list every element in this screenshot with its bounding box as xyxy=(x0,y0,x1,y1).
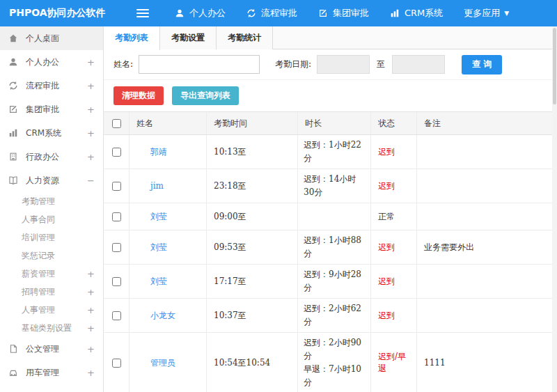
tab-attendance-list[interactable]: 考勤列表 xyxy=(104,26,160,50)
sidebar-item-admin-office[interactable]: 行政办公 + xyxy=(0,145,103,168)
search-button[interactable]: 查 询 xyxy=(462,55,502,75)
sidebar-subitem-label: 薪资管理 xyxy=(22,268,55,280)
duration-cell: 迟到：1小时88分 xyxy=(298,230,371,264)
tab-bar: 考勤列表 考勤设置 考勤统计 xyxy=(104,26,552,49)
expand-plus-icon[interactable]: + xyxy=(87,323,95,334)
sidebar-item-human-resources[interactable]: 人力资源 − xyxy=(0,168,103,192)
sidebar-item-personal-office[interactable]: 个人办公 + xyxy=(0,50,103,74)
sidebar-subitem-label: 人事合同 xyxy=(22,214,55,226)
topnav-more-apps[interactable]: 更多应用 ▼ xyxy=(453,0,519,26)
row-checkbox[interactable] xyxy=(112,212,121,221)
topnav-label: 个人办公 xyxy=(189,7,226,19)
sync-icon xyxy=(8,80,19,91)
remark-text xyxy=(417,299,552,332)
date-to-input[interactable] xyxy=(392,55,445,74)
edit-icon xyxy=(318,8,328,18)
sidebar-item-vehicle-management[interactable]: 用车管理 + xyxy=(0,361,103,384)
menu-toggle-icon[interactable] xyxy=(136,9,149,18)
sidebar-subitem-salary-management[interactable]: 薪资管理 + xyxy=(0,265,103,283)
row-checkbox[interactable] xyxy=(112,277,121,286)
remark-text: 1111 xyxy=(417,333,552,392)
employee-name-link[interactable]: jim xyxy=(150,181,164,191)
row-checkbox[interactable] xyxy=(112,148,121,157)
employee-name-link[interactable]: 刘莹 xyxy=(150,242,167,253)
row-checkbox[interactable] xyxy=(112,182,121,191)
top-nav: 个人办公 流程审批 集团审批 CRM系统 更多应用 ▼ xyxy=(164,0,519,26)
date-from-input[interactable] xyxy=(317,55,370,74)
status-text: 迟到/早退 xyxy=(378,351,409,375)
employee-name-link[interactable]: 刘莹 xyxy=(150,211,167,223)
duration-cell xyxy=(298,203,371,230)
topnav-workflow-approval[interactable]: 流程审批 xyxy=(236,0,308,26)
expand-plus-icon[interactable]: + xyxy=(87,152,95,162)
attendance-time: 10:54至10:54 xyxy=(207,333,298,392)
filter-bar: 姓名: 考勤日期: 至 查 询 xyxy=(104,49,552,80)
top-bar: PHPOA协同办公软件 个人办公 流程审批 集团审批 CRM系统 xyxy=(0,0,557,26)
topnav-group-approval[interactable]: 集团审批 xyxy=(308,0,379,26)
select-all-checkbox[interactable] xyxy=(112,119,121,128)
sidebar-subitem-personnel-management[interactable]: 人事管理 + xyxy=(0,301,103,319)
table-row: 小龙女 10:37至 迟到：2小时62分 迟到 xyxy=(104,299,552,333)
expand-plus-icon[interactable]: + xyxy=(87,305,95,315)
row-checkbox[interactable] xyxy=(112,311,121,320)
duration-cell: 迟到：9小时28分 xyxy=(298,265,371,298)
clean-data-button[interactable]: 清理数据 xyxy=(113,86,164,105)
sidebar-subitem-personnel-contract[interactable]: 人事合同 xyxy=(0,210,103,228)
expand-plus-icon[interactable]: + xyxy=(87,104,95,115)
sidebar-subitem-base-category-settings[interactable]: 基础类别设置 + xyxy=(0,319,103,337)
sidebar-item-group-approval[interactable]: 集团审批 + xyxy=(0,97,103,121)
sidebar-item-label: 行政办公 xyxy=(26,151,59,163)
tab-attendance-settings[interactable]: 考勤设置 xyxy=(160,26,217,49)
sidebar-subitem-reward-punishment[interactable]: 奖惩记录 xyxy=(0,246,103,265)
status-text: 迟到 xyxy=(378,276,395,288)
scrollbar-thumb[interactable] xyxy=(553,28,556,104)
topnav-personal-office[interactable]: 个人办公 xyxy=(164,0,236,26)
duration-cell: 迟到：14小时30分 xyxy=(298,169,371,203)
sidebar-item-workflow-approval[interactable]: 流程审批 + xyxy=(0,74,103,97)
employee-name-link[interactable]: 管理员 xyxy=(150,357,175,369)
sidebar-item-crm[interactable]: CRM系统 + xyxy=(0,121,103,145)
sidebar-item-personal-desktop[interactable]: 个人桌面 xyxy=(0,26,103,50)
row-checkbox[interactable] xyxy=(112,243,121,252)
expand-plus-icon[interactable]: + xyxy=(87,128,95,139)
table-row: 刘莹 09:53至 迟到：1小时88分 迟到 业务需要外出 xyxy=(104,230,552,265)
sidebar-item-label: CRM系统 xyxy=(26,127,61,139)
topnav-crm[interactable]: CRM系统 xyxy=(379,0,453,26)
header-duration: 时长 xyxy=(298,112,371,134)
sidebar-subitem-training-management[interactable]: 培训管理 xyxy=(0,228,103,246)
status-text: 迟到 xyxy=(378,180,395,192)
expand-plus-icon[interactable]: + xyxy=(87,57,95,68)
late-duration: 迟到：1小时22分 xyxy=(304,139,365,165)
export-list-button[interactable]: 导出查询列表 xyxy=(172,86,239,105)
employee-name-link[interactable]: 郭靖 xyxy=(150,146,167,158)
employee-name-link[interactable]: 刘莹 xyxy=(150,276,167,288)
expand-plus-icon[interactable]: + xyxy=(87,368,95,378)
status-text: 迟到 xyxy=(378,146,395,158)
sidebar-subitem-label: 培训管理 xyxy=(22,232,55,244)
late-duration: 迟到：2小时62分 xyxy=(304,302,365,329)
attendance-time: 10:13至 xyxy=(207,135,298,168)
sidebar-item-document-management[interactable]: 公文管理 + xyxy=(0,337,103,361)
car-icon xyxy=(8,367,19,378)
tab-attendance-stats[interactable]: 考勤统计 xyxy=(217,26,273,49)
employee-name-link[interactable]: 小龙女 xyxy=(150,310,175,322)
name-filter-input[interactable] xyxy=(139,55,260,74)
expand-plus-icon[interactable]: + xyxy=(87,81,95,91)
sidebar-subitem-recruitment-management[interactable]: 招聘管理 + xyxy=(0,283,103,301)
sidebar: 个人桌面 个人办公 + 流程审批 + 集团审批 + CRM系统 + 行政办公 + xyxy=(0,26,104,392)
remark-text xyxy=(417,265,552,298)
table-row: 郭靖 10:13至 迟到：1小时22分 迟到 xyxy=(104,135,552,169)
row-checkbox[interactable] xyxy=(112,359,121,368)
sidebar-item-label: 人力资源 xyxy=(26,175,59,187)
action-bar: 清理数据 导出查询列表 xyxy=(104,80,552,111)
expand-plus-icon[interactable]: + xyxy=(87,269,95,279)
sidebar-subitem-attendance-management[interactable]: 考勤管理 xyxy=(0,192,103,210)
building-icon xyxy=(8,151,19,162)
scrollbar[interactable] xyxy=(552,26,557,392)
expand-plus-icon[interactable]: + xyxy=(87,287,95,297)
main-content: 考勤列表 考勤设置 考勤统计 姓名: 考勤日期: 至 查 询 清理数据 导出查询… xyxy=(104,26,552,392)
collapse-minus-icon[interactable]: − xyxy=(87,175,95,186)
user-icon xyxy=(8,56,19,68)
duration-cell: 迟到：2小时90分 早退：7小时10分 xyxy=(298,333,371,392)
expand-plus-icon[interactable]: + xyxy=(87,344,95,354)
